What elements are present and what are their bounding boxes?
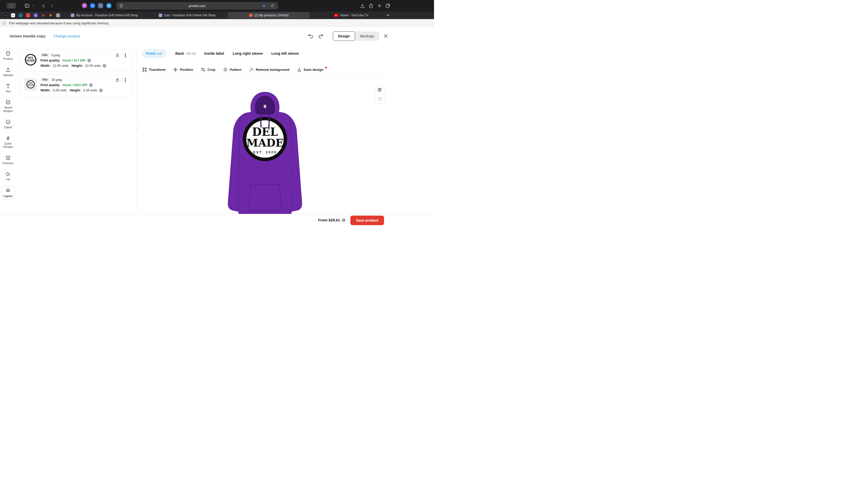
crop-icon	[201, 67, 205, 72]
placement-tab-long-right-sleeve[interactable]: Long right sleeve	[232, 51, 263, 55]
save-product-button[interactable]: Save product	[350, 216, 384, 225]
pinned-favicon-orange-asterisk[interactable]: ✳	[49, 13, 52, 17]
price-info-icon[interactable]	[342, 218, 345, 222]
price-text: From $29.61	[318, 218, 340, 222]
tab-overview-icon[interactable]	[385, 3, 391, 9]
pinned-favicon-u[interactable]: U	[34, 13, 38, 17]
info-icon[interactable]	[103, 64, 106, 67]
undo-button[interactable]	[308, 33, 314, 39]
tab-mockups[interactable]: Mockups	[355, 31, 379, 41]
browser-tab-my-account[interactable]: My Account - Paradise Grill Online Gift …	[71, 12, 138, 19]
sidebar-item-label: Clipart	[4, 126, 12, 129]
reload-icon[interactable]	[270, 4, 275, 8]
tab-audio-icon[interactable]	[386, 13, 390, 18]
extension-icon-3[interactable]	[98, 3, 103, 8]
layer-menu-kebab-icon[interactable]	[123, 53, 127, 58]
upload-icon	[5, 67, 11, 73]
info-icon[interactable]	[99, 88, 103, 92]
premium-badge-icon	[5, 155, 11, 161]
sidebar-item-fill[interactable]: Fill	[1, 170, 15, 183]
chevron-down-icon[interactable]	[32, 4, 34, 7]
pinned-favicon-camera[interactable]	[56, 13, 60, 17]
remove-background-button[interactable]: Remove background	[249, 67, 289, 72]
layer-menu-kebab-icon[interactable]	[123, 78, 127, 82]
sidebar-item-label: Uploads	[3, 74, 13, 77]
layer-item-10png[interactable]: DELMADEEST. 2020 File 10.png Print quali…	[21, 74, 133, 96]
dotted-grid-icon[interactable]	[376, 95, 383, 103]
new-tab-icon[interactable]	[377, 3, 382, 9]
template-grid-icon[interactable]	[376, 86, 383, 94]
pattern-icon	[223, 67, 228, 72]
unsaved-indicator-dot	[325, 67, 327, 69]
saved-designs-icon	[5, 99, 11, 105]
placement-label: Long left sleeve	[271, 51, 299, 55]
placement-tab-back[interactable]: Back +$5.95	[175, 51, 196, 55]
sidebar-item-product[interactable]: Product	[1, 49, 15, 62]
extension-icon-2[interactable]	[90, 3, 95, 8]
extension-icon-1[interactable]: h	[82, 3, 87, 8]
change-product-link[interactable]: Change product	[53, 34, 80, 38]
close-editor-icon[interactable]	[383, 33, 388, 39]
sidebar-item-text[interactable]: Text	[1, 82, 15, 95]
globe-extension-icon[interactable]	[106, 3, 112, 8]
audio-speaker-icon[interactable]	[262, 4, 266, 9]
page-settings-icon[interactable]	[119, 4, 123, 8]
transform-button[interactable]: Transform	[142, 67, 166, 72]
window-controls[interactable]	[7, 3, 16, 9]
layer-item-5png[interactable]: DELMADEEST. 2020 File 5.png Print qualit…	[21, 50, 133, 72]
pinned-favicon-red[interactable]	[26, 13, 30, 17]
panel-collapse-handle[interactable]: ‹	[135, 125, 138, 132]
pattern-button[interactable]: Pattern	[223, 67, 241, 72]
downloads-icon[interactable]	[360, 3, 365, 9]
forward-button[interactable]	[49, 3, 55, 9]
pinned-favicon-circle[interactable]	[19, 13, 23, 17]
height-value: 3.29 units	[83, 88, 97, 92]
placement-tab-inside-label[interactable]: Inside label	[204, 51, 224, 55]
pinned-favicon-g[interactable]: G	[11, 13, 15, 17]
svg-text:DEL: DEL	[28, 56, 34, 59]
sidebar-item-premium[interactable]: Premium	[1, 154, 15, 167]
pinned-favicon-red-asterisk[interactable]: ✳	[41, 13, 45, 17]
sidebar-item-layers[interactable]: Layers	[1, 186, 15, 200]
sidebar-item-label: Premium	[2, 162, 13, 165]
browser-tab-printful-active[interactable]: (2) My products | Printful	[228, 12, 309, 18]
screen: h printful.com	[0, 0, 434, 251]
footer-bar: From $29.61 Save product	[0, 214, 434, 251]
sidebar-item-uploads[interactable]: Uploads	[1, 65, 15, 78]
width-label: Width:	[40, 88, 51, 92]
sidebar-item-label: Text	[6, 90, 11, 93]
crop-button[interactable]: Crop	[201, 67, 216, 72]
redo-button[interactable]	[318, 33, 324, 39]
shop-favicon	[159, 13, 162, 17]
save-design-button[interactable]: Save design	[297, 67, 327, 72]
browser-toolbar: h printful.com	[0, 0, 434, 12]
placement-suffix: incl.	[157, 52, 163, 55]
url-text: printful.com	[189, 4, 205, 8]
sidebar-item-saved-designs[interactable]: Saved designs	[1, 98, 15, 114]
placement-tab-long-left-sleeve[interactable]: Long left sleeve	[271, 51, 299, 55]
printful-favicon	[249, 13, 253, 17]
info-icon[interactable]	[89, 83, 93, 87]
sidebar-item-clipart[interactable]: Clipart	[1, 118, 15, 131]
address-bar[interactable]: printful.com	[116, 2, 278, 10]
sidebar-item-quick-designs[interactable]: Quick Designs	[1, 134, 15, 150]
browser-tab-cart[interactable]: Cart - Paradise Grill Online Gift Shop	[159, 12, 216, 19]
lock-icon[interactable]	[115, 77, 120, 82]
height-label: Height:	[70, 88, 81, 92]
tab-design[interactable]: Design	[333, 31, 355, 41]
svg-text:EST. 2020: EST. 2020	[28, 62, 33, 63]
hoodie-mockup[interactable]: DEL MADE EST. 2020	[216, 85, 314, 227]
info-icon[interactable]	[87, 59, 91, 62]
placement-tab-front[interactable]: Front incl.	[142, 49, 167, 58]
file-type-badge: File	[40, 53, 50, 57]
svg-text:MADE: MADE	[26, 59, 35, 62]
pinned-favicon-tv[interactable]: tv	[3, 13, 8, 17]
share-icon[interactable]	[368, 3, 374, 9]
sidebar-toggle-icon[interactable]	[24, 3, 30, 9]
close-circle-icon[interactable]	[2, 21, 6, 25]
browser-tab-youtube[interactable]: Home - YouTube TV	[334, 12, 369, 19]
sidebar-item-label: Layers	[3, 195, 12, 198]
back-button[interactable]	[41, 3, 46, 9]
lock-icon[interactable]	[115, 53, 120, 58]
position-button[interactable]: Position	[173, 67, 193, 72]
